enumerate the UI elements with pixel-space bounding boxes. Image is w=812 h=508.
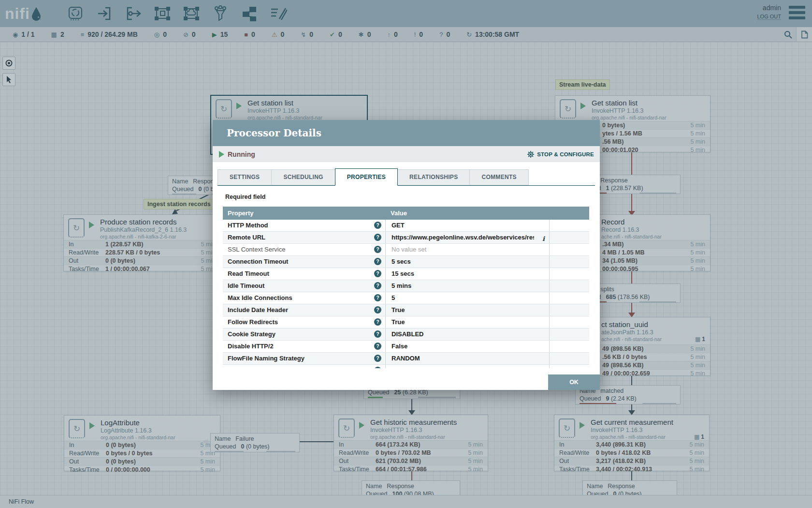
processor-details-dialog: Processor Details Running STOP & CONFIGU… xyxy=(213,120,600,390)
tab-comments[interactable]: COMMENTS xyxy=(469,169,528,185)
value-cell: 5 xyxy=(386,292,550,304)
extra-cell xyxy=(550,304,589,316)
property-row[interactable]: Cookie Strategy?DISABLED xyxy=(223,329,589,341)
property-name: Attributes to Send xyxy=(228,367,277,368)
property-row[interactable]: Attributes to Send?No value set xyxy=(223,365,589,368)
property-row[interactable]: SSL Context Service?No value set xyxy=(223,244,589,256)
tab-scheduling[interactable]: SCHEDULING xyxy=(271,169,335,185)
ok-button[interactable]: OK xyxy=(548,374,600,390)
help-icon[interactable]: ? xyxy=(374,318,381,326)
extra-cell xyxy=(550,280,589,292)
property-cell: HTTP Method? xyxy=(223,220,386,231)
property-cell: Cookie Strategy? xyxy=(223,329,386,340)
property-name: Remote URL xyxy=(228,234,265,241)
value-cell: False xyxy=(386,341,550,352)
help-icon[interactable]: ? xyxy=(374,270,381,277)
dialog-tabs: SETTINGSSCHEDULINGPROPERTIESRELATIONSHIP… xyxy=(218,169,595,186)
property-row[interactable]: Connection Timeout?5 secs xyxy=(223,256,589,268)
property-row[interactable]: Max Idle Connections?5 xyxy=(223,292,589,304)
property-value: True xyxy=(392,318,405,326)
value-column-header: Value xyxy=(386,207,550,220)
property-value: False xyxy=(392,343,407,350)
property-value: 5 secs xyxy=(392,258,411,265)
value-cell: DISABLED xyxy=(386,329,550,340)
info-icon[interactable]: i xyxy=(542,233,545,244)
property-value: True xyxy=(392,306,405,314)
dialog-header[interactable]: Processor Details xyxy=(213,120,600,146)
property-column-header: Property xyxy=(223,207,386,220)
property-row[interactable]: FlowFile Naming Strategy?RANDOM xyxy=(223,353,589,365)
stop-and-configure-button[interactable]: STOP & CONFIGURE xyxy=(527,150,594,158)
property-cell: FlowFile Naming Strategy? xyxy=(223,353,386,364)
extra-cell xyxy=(550,292,589,304)
property-value: RANDOM xyxy=(392,355,420,362)
tab-settings[interactable]: SETTINGS xyxy=(218,169,272,185)
help-icon[interactable]: ? xyxy=(374,246,381,253)
extra-cell xyxy=(550,329,589,340)
property-cell: SSL Context Service? xyxy=(223,244,386,255)
property-name: Disable HTTP/2 xyxy=(228,343,274,350)
property-name: Cookie Strategy xyxy=(228,330,276,338)
property-cell: Remote URL? xyxy=(223,232,386,243)
run-status-text: Running xyxy=(228,150,255,158)
property-row[interactable]: Idle Timeout?5 mins xyxy=(223,280,589,292)
value-cell: True xyxy=(386,316,550,328)
property-cell: Disable HTTP/2? xyxy=(223,341,386,352)
property-name: Follow Redirects xyxy=(228,318,278,326)
help-icon[interactable]: ? xyxy=(374,222,381,229)
help-icon[interactable]: ? xyxy=(374,258,381,265)
extra-cell xyxy=(550,256,589,268)
required-field-label: Required field xyxy=(225,194,265,200)
help-icon[interactable]: ? xyxy=(374,355,381,362)
properties-table-header: Property Value xyxy=(223,207,589,220)
dialog-status-row: Running STOP & CONFIGURE xyxy=(213,146,600,162)
property-row[interactable]: Disable HTTP/2?False xyxy=(223,341,589,353)
property-value: No value set xyxy=(392,367,426,368)
help-icon[interactable]: ? xyxy=(374,234,381,241)
properties-table: Property Value HTTP Method?GETRemote URL… xyxy=(223,207,589,368)
value-cell: No value set xyxy=(386,365,550,368)
value-cell: RANDOM xyxy=(386,353,550,364)
property-cell: Include Date Header? xyxy=(223,304,386,316)
extra-cell xyxy=(550,268,589,280)
help-icon[interactable]: ? xyxy=(374,330,381,338)
property-name: Max Idle Connections xyxy=(228,294,292,301)
value-cell: True xyxy=(386,304,550,316)
property-name: Read Timeout xyxy=(228,270,269,277)
property-value: 5 mins xyxy=(392,282,411,289)
dialog-title: Processor Details xyxy=(227,127,321,139)
help-icon[interactable]: ? xyxy=(374,306,381,314)
stop-configure-icon xyxy=(527,150,535,158)
property-row[interactable]: Include Date Header?True xyxy=(223,304,589,316)
value-cell: 5 mins xyxy=(386,280,550,292)
property-row[interactable]: Remote URL?https://www.pegelonline.wsv.d… xyxy=(223,232,589,244)
extra-cell xyxy=(550,341,589,352)
property-name: SSL Context Service xyxy=(228,246,285,253)
value-cell: 5 secs xyxy=(386,256,550,268)
help-icon[interactable]: ? xyxy=(374,343,381,350)
tab-relationships[interactable]: RELATIONSHIPS xyxy=(397,169,470,185)
property-row[interactable]: Follow Redirects?True xyxy=(223,316,589,329)
property-cell: Attributes to Send? xyxy=(223,365,386,368)
property-cell: Follow Redirects? xyxy=(223,316,386,328)
property-row[interactable]: Read Timeout?15 secs xyxy=(223,268,589,280)
extra-cell xyxy=(550,365,589,368)
property-row[interactable]: HTTP Method?GET xyxy=(223,220,589,232)
property-cell: Connection Timeout? xyxy=(223,256,386,268)
property-value: 5 xyxy=(392,294,395,301)
extra-cell xyxy=(550,316,589,328)
value-cell: No value set xyxy=(386,244,550,255)
help-icon[interactable]: ? xyxy=(374,367,381,368)
property-value: No value set xyxy=(392,246,426,253)
tab-properties[interactable]: PROPERTIES xyxy=(335,168,398,186)
property-value: GET xyxy=(392,222,405,229)
value-cell: GET xyxy=(386,220,550,231)
extra-cell xyxy=(550,244,589,255)
property-name: Include Date Header xyxy=(228,306,288,314)
help-icon[interactable]: ? xyxy=(374,294,381,301)
property-cell: Max Idle Connections? xyxy=(223,292,386,304)
help-icon[interactable]: ? xyxy=(374,282,381,289)
property-value: DISABLED xyxy=(392,330,423,338)
property-cell: Idle Timeout? xyxy=(223,280,386,292)
property-value: https://www.pegelonline.wsv.de/webservic… xyxy=(392,232,534,243)
